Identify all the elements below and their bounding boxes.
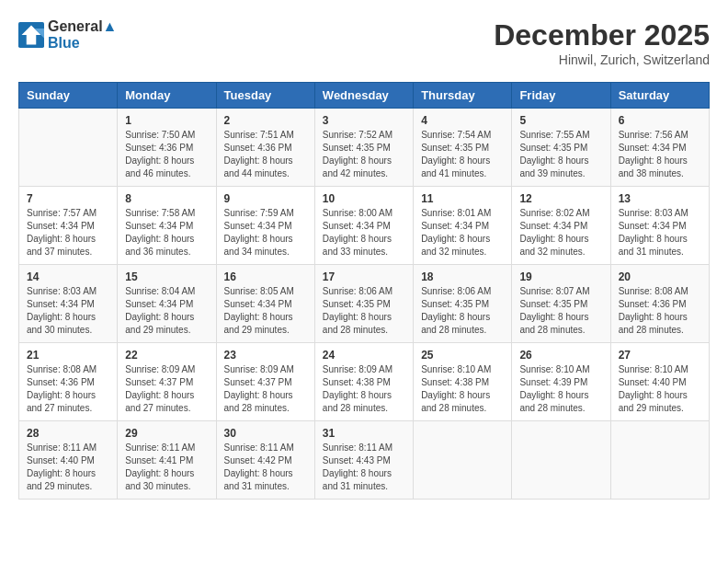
day-number: 13: [619, 192, 701, 205]
day-number: 19: [519, 270, 602, 283]
day-number: 29: [125, 427, 208, 440]
cell-info: Sunrise: 8:00 AMSunset: 4:34 PMDaylight:…: [323, 207, 405, 259]
calendar-cell: 21 Sunrise: 8:08 AMSunset: 4:36 PMDaylig…: [19, 343, 118, 421]
day-number: 23: [224, 349, 307, 362]
weekday-header-sunday: Sunday: [19, 83, 118, 109]
month-title: December 2025: [494, 18, 710, 52]
day-number: 7: [27, 192, 109, 205]
calendar-cell: 15 Sunrise: 8:04 AMSunset: 4:34 PMDaylig…: [118, 265, 216, 343]
calendar-cell: 17 Sunrise: 8:06 AMSunset: 4:35 PMDaylig…: [314, 265, 413, 343]
cell-info: Sunrise: 8:06 AMSunset: 4:35 PMDaylight:…: [323, 285, 405, 337]
calendar-body: 1 Sunrise: 7:50 AMSunset: 4:36 PMDayligh…: [19, 109, 710, 500]
day-number: 2: [224, 114, 307, 127]
calendar-cell: 1 Sunrise: 7:50 AMSunset: 4:36 PMDayligh…: [118, 109, 216, 187]
calendar-week-3: 14 Sunrise: 8:03 AMSunset: 4:34 PMDaylig…: [19, 265, 710, 343]
day-number: 31: [323, 427, 405, 440]
calendar-cell: 6 Sunrise: 7:56 AMSunset: 4:34 PMDayligh…: [610, 109, 709, 187]
cell-info: Sunrise: 7:56 AMSunset: 4:34 PMDaylight:…: [619, 129, 701, 180]
calendar-cell: 24 Sunrise: 8:09 AMSunset: 4:38 PMDaylig…: [314, 343, 413, 421]
logo: General▲ Blue: [18, 18, 117, 52]
cell-info: Sunrise: 8:03 AMSunset: 4:34 PMDaylight:…: [27, 285, 109, 337]
page-header: General▲ Blue December 2025 Hinwil, Zuri…: [18, 18, 710, 67]
title-block: December 2025 Hinwil, Zurich, Switzerlan…: [494, 18, 710, 67]
day-number: 24: [323, 349, 405, 362]
calendar-cell: 9 Sunrise: 7:59 AMSunset: 4:34 PMDayligh…: [216, 187, 314, 265]
cell-info: Sunrise: 8:09 AMSunset: 4:37 PMDaylight:…: [224, 363, 307, 415]
cell-info: Sunrise: 8:05 AMSunset: 4:34 PMDaylight:…: [224, 285, 307, 337]
calendar-cell: 28 Sunrise: 8:11 AMSunset: 4:40 PMDaylig…: [19, 421, 118, 500]
day-number: 17: [323, 270, 405, 283]
cell-info: Sunrise: 7:54 AMSunset: 4:35 PMDaylight:…: [421, 129, 504, 180]
calendar-cell: 4 Sunrise: 7:54 AMSunset: 4:35 PMDayligh…: [414, 109, 512, 187]
logo-text: General▲ Blue: [48, 18, 117, 52]
day-number: 21: [27, 349, 109, 362]
day-number: 12: [519, 192, 602, 205]
cell-info: Sunrise: 8:06 AMSunset: 4:35 PMDaylight:…: [421, 285, 504, 337]
calendar-header-row: SundayMondayTuesdayWednesdayThursdayFrid…: [19, 83, 710, 109]
day-number: 6: [619, 114, 701, 127]
calendar-cell: 25 Sunrise: 8:10 AMSunset: 4:38 PMDaylig…: [414, 343, 512, 421]
weekday-header-wednesday: Wednesday: [314, 83, 413, 109]
cell-info: Sunrise: 8:04 AMSunset: 4:34 PMDaylight:…: [125, 285, 208, 337]
day-number: 18: [421, 270, 504, 283]
calendar-cell: 31 Sunrise: 8:11 AMSunset: 4:43 PMDaylig…: [314, 421, 413, 500]
location: Hinwil, Zurich, Switzerland: [494, 52, 710, 67]
weekday-header-friday: Friday: [512, 83, 610, 109]
weekday-header-tuesday: Tuesday: [216, 83, 314, 109]
calendar-cell: 3 Sunrise: 7:52 AMSunset: 4:35 PMDayligh…: [314, 109, 413, 187]
weekday-header-saturday: Saturday: [610, 83, 709, 109]
calendar-cell: 23 Sunrise: 8:09 AMSunset: 4:37 PMDaylig…: [216, 343, 314, 421]
cell-info: Sunrise: 8:03 AMSunset: 4:34 PMDaylight:…: [619, 207, 701, 259]
calendar-cell: 18 Sunrise: 8:06 AMSunset: 4:35 PMDaylig…: [414, 265, 512, 343]
calendar-cell: 29 Sunrise: 8:11 AMSunset: 4:41 PMDaylig…: [118, 421, 216, 500]
calendar-week-4: 21 Sunrise: 8:08 AMSunset: 4:36 PMDaylig…: [19, 343, 710, 421]
calendar-cell: 11 Sunrise: 8:01 AMSunset: 4:34 PMDaylig…: [414, 187, 512, 265]
day-number: 27: [619, 349, 701, 362]
cell-info: Sunrise: 8:10 AMSunset: 4:40 PMDaylight:…: [619, 363, 701, 415]
weekday-header-monday: Monday: [118, 83, 216, 109]
day-number: 11: [421, 192, 504, 205]
calendar-cell: 7 Sunrise: 7:57 AMSunset: 4:34 PMDayligh…: [19, 187, 118, 265]
cell-info: Sunrise: 8:11 AMSunset: 4:41 PMDaylight:…: [125, 442, 208, 493]
calendar-cell: 20 Sunrise: 8:08 AMSunset: 4:36 PMDaylig…: [610, 265, 709, 343]
calendar-cell: 14 Sunrise: 8:03 AMSunset: 4:34 PMDaylig…: [19, 265, 118, 343]
cell-info: Sunrise: 8:07 AMSunset: 4:35 PMDaylight:…: [519, 285, 602, 337]
cell-info: Sunrise: 7:50 AMSunset: 4:36 PMDaylight:…: [125, 129, 208, 180]
day-number: 30: [224, 427, 307, 440]
day-number: 5: [519, 114, 602, 127]
cell-info: Sunrise: 8:08 AMSunset: 4:36 PMDaylight:…: [27, 363, 109, 415]
cell-info: Sunrise: 7:58 AMSunset: 4:34 PMDaylight:…: [125, 207, 208, 259]
calendar-cell: [512, 421, 610, 500]
day-number: 3: [323, 114, 405, 127]
calendar-cell: 10 Sunrise: 8:00 AMSunset: 4:34 PMDaylig…: [314, 187, 413, 265]
calendar-cell: [414, 421, 512, 500]
cell-info: Sunrise: 8:08 AMSunset: 4:36 PMDaylight:…: [619, 285, 701, 337]
weekday-header-thursday: Thursday: [414, 83, 512, 109]
cell-info: Sunrise: 8:11 AMSunset: 4:40 PMDaylight:…: [27, 442, 109, 493]
calendar-table: SundayMondayTuesdayWednesdayThursdayFrid…: [18, 82, 710, 500]
day-number: 14: [27, 270, 109, 283]
cell-info: Sunrise: 7:57 AMSunset: 4:34 PMDaylight:…: [27, 207, 109, 259]
cell-info: Sunrise: 7:52 AMSunset: 4:35 PMDaylight:…: [323, 129, 405, 180]
cell-info: Sunrise: 8:10 AMSunset: 4:38 PMDaylight:…: [421, 363, 504, 415]
cell-info: Sunrise: 8:10 AMSunset: 4:39 PMDaylight:…: [519, 363, 602, 415]
calendar-cell: [610, 421, 709, 500]
calendar-cell: 19 Sunrise: 8:07 AMSunset: 4:35 PMDaylig…: [512, 265, 610, 343]
cell-info: Sunrise: 7:51 AMSunset: 4:36 PMDaylight:…: [224, 129, 307, 180]
calendar-cell: 22 Sunrise: 8:09 AMSunset: 4:37 PMDaylig…: [118, 343, 216, 421]
cell-info: Sunrise: 8:01 AMSunset: 4:34 PMDaylight:…: [421, 207, 504, 259]
calendar-cell: 26 Sunrise: 8:10 AMSunset: 4:39 PMDaylig…: [512, 343, 610, 421]
calendar-cell: 12 Sunrise: 8:02 AMSunset: 4:34 PMDaylig…: [512, 187, 610, 265]
calendar-cell: 5 Sunrise: 7:55 AMSunset: 4:35 PMDayligh…: [512, 109, 610, 187]
calendar-cell: 16 Sunrise: 8:05 AMSunset: 4:34 PMDaylig…: [216, 265, 314, 343]
cell-info: Sunrise: 8:11 AMSunset: 4:42 PMDaylight:…: [224, 442, 307, 493]
calendar-cell: 27 Sunrise: 8:10 AMSunset: 4:40 PMDaylig…: [610, 343, 709, 421]
cell-info: Sunrise: 7:59 AMSunset: 4:34 PMDaylight:…: [224, 207, 307, 259]
cell-info: Sunrise: 8:09 AMSunset: 4:37 PMDaylight:…: [125, 363, 208, 415]
day-number: 25: [421, 349, 504, 362]
calendar-cell: 30 Sunrise: 8:11 AMSunset: 4:42 PMDaylig…: [216, 421, 314, 500]
day-number: 1: [125, 114, 208, 127]
calendar-cell: 2 Sunrise: 7:51 AMSunset: 4:36 PMDayligh…: [216, 109, 314, 187]
calendar-week-1: 1 Sunrise: 7:50 AMSunset: 4:36 PMDayligh…: [19, 109, 710, 187]
calendar-week-2: 7 Sunrise: 7:57 AMSunset: 4:34 PMDayligh…: [19, 187, 710, 265]
